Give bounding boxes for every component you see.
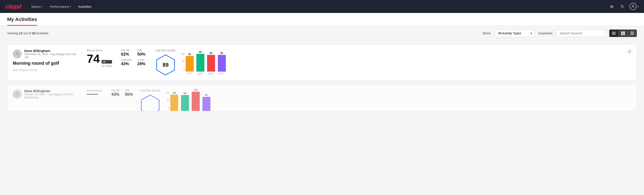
shot-quality-inner-2: Avg Shot Quality: [140, 89, 160, 111]
gir-label: GIR: [138, 49, 148, 52]
card-user-info-2: Dave Billingham October 16, 2021 - Gog M…: [13, 89, 80, 101]
one-putt-stat: 1 Putt 28%: [138, 58, 148, 66]
bar-putt-name: PUTT: [218, 72, 226, 75]
mini-stats: FW Hit 62% GIR 50% Up/Down 43% 1 Putt 28…: [121, 49, 148, 66]
bar-ott-rect-2: [170, 94, 178, 111]
fw-hit-stat-2: FW Hit 43%: [111, 89, 120, 97]
chart-y-labels-2: 100 50 0: [166, 92, 169, 111]
chart-y-labels: 100 50 0: [181, 53, 185, 75]
add-icon[interactable]: ⊕: [608, 3, 615, 10]
list-view-button[interactable]: [628, 30, 637, 37]
bar-putt-rect-2: [202, 97, 210, 111]
search-input[interactable]: [556, 30, 606, 37]
score-placeholder-2: [87, 94, 98, 94]
compact-list-view-button[interactable]: [610, 30, 618, 37]
mini-stats-2: FW Hit 43% GIR 56%: [111, 89, 133, 97]
chart-bars-2: 94 93 106 8: [170, 92, 210, 111]
updown-stat: Up/Down 43%: [121, 58, 132, 66]
bar-ott-value-2: 94: [173, 92, 176, 94]
round-score-label-2: Round Score: [87, 89, 102, 92]
page-title: My Activities: [7, 16, 37, 26]
nav-performance[interactable]: Performance ▾: [47, 3, 74, 10]
card-user-info: Dave Billingham December 05, 2021 - Gog …: [13, 49, 80, 72]
bar-arg: 89: [207, 52, 215, 72]
round-score-value: 74 +4 18 Holes: [87, 53, 112, 68]
activity-type-dropdown-wrapper: All Activity Types Rounds Practice Other: [495, 30, 535, 37]
svg-rect-10: [630, 34, 634, 34]
svg-rect-6: [621, 34, 623, 35]
gir-value: 50%: [138, 52, 148, 57]
bar-putt-2: 87: [202, 94, 210, 111]
list-icon: [630, 32, 634, 35]
card-stats-2: Round Score FW Hit 43% GIR 56%: [87, 89, 133, 97]
user-row: Dave Billingham December 05, 2021 - Gog …: [13, 49, 80, 59]
svg-rect-5: [623, 32, 625, 33]
bar-putt-rect: [218, 55, 226, 72]
bar-ott-value: 85: [188, 53, 191, 56]
fw-hit-value-2: 43%: [111, 92, 120, 97]
gir-label-2: GIR: [125, 89, 133, 92]
shot-quality-section-2: Avg Shot Quality 100 50 0: [140, 89, 210, 111]
one-putt-value: 28%: [138, 62, 148, 66]
grid-icon: [621, 32, 625, 35]
activities-list: Dave Billingham December 05, 2021 - Gog …: [0, 40, 644, 118]
nav-items: Teams ▾ Performance ▾ Activities: [28, 3, 601, 10]
grid-view-button[interactable]: [618, 30, 628, 37]
pencil-icon: [628, 50, 631, 53]
data-source: Data Source: Arccos: [13, 68, 80, 72]
svg-rect-2: [612, 33, 616, 34]
bar-chart-2: 100 50 0 94 93: [166, 92, 210, 111]
logo[interactable]: clippd: [5, 3, 21, 10]
updown-label: Up/Down: [121, 58, 132, 62]
round-score-group: Round Score 74 +4 18 Holes: [87, 49, 112, 68]
viewing-text: Viewing 12 out of 29 Activities: [7, 32, 479, 35]
activity-type-dropdown[interactable]: All Activity Types Rounds Practice Other: [495, 30, 535, 37]
svg-rect-11: [630, 34, 634, 35]
performance-chevron-icon: ▾: [70, 5, 71, 8]
shot-quality-section: Avg Shot Quality 89 100 50 0: [156, 49, 226, 76]
hexagon-container-2: [140, 94, 160, 111]
svg-rect-7: [623, 34, 625, 35]
round-score-label: Round Score: [87, 49, 112, 52]
user-date: December 05, 2021 - Gog Magog Golf Club …: [24, 53, 80, 59]
bar-ott-2: 94: [170, 92, 178, 111]
mini-stats-group-2: FW Hit 43% GIR 56%: [111, 89, 133, 97]
bar-putt-value: 89: [220, 52, 223, 54]
svg-point-12: [16, 52, 18, 54]
avatar: [630, 3, 637, 10]
svg-rect-8: [630, 32, 634, 32]
bar-arg-2: 106: [192, 88, 200, 111]
refresh-icon[interactable]: ↻: [619, 3, 626, 10]
svg-rect-1: [612, 32, 616, 32]
round-score-group-2: Round Score: [87, 89, 102, 94]
mini-stats-group: FW Hit 62% GIR 50% Up/Down 43% 1 Putt 28…: [121, 49, 148, 66]
shot-quality-inner: Avg Shot Quality 89: [156, 49, 176, 76]
fw-hit-label-2: FW Hit: [111, 89, 120, 92]
bar-arg-rect: [207, 55, 215, 72]
bar-ott: 85: [186, 53, 194, 72]
bar-arg-value-2: 106: [194, 88, 198, 91]
navbar: clippd Teams ▾ Performance ▾ Activities …: [0, 0, 644, 13]
round-score-value-2: [87, 94, 102, 94]
user-name: Dave Billingham: [24, 49, 80, 53]
svg-rect-4: [621, 32, 623, 33]
user-menu[interactable]: ▾: [630, 3, 639, 10]
user-date-2: October 16, 2021 - Gog Magog Golf Club -…: [24, 93, 80, 99]
fw-hit-label: FW Hit: [121, 49, 132, 52]
avatar: [13, 50, 22, 58]
bar-app-value: 90: [199, 51, 202, 53]
user-row-2: Dave Billingham October 16, 2021 - Gog M…: [13, 89, 80, 99]
filter-bar: Viewing 12 out of 29 Activities Show: Al…: [0, 26, 644, 40]
svg-rect-9: [630, 32, 634, 33]
fw-hit-stat: FW Hit 62%: [121, 49, 132, 57]
nav-right: ⊕ ↻ ▾: [608, 3, 639, 10]
edit-button[interactable]: [626, 48, 633, 55]
nav-teams[interactable]: Teams ▾: [28, 3, 46, 10]
nav-activities[interactable]: Activities: [76, 3, 94, 10]
score-number: 74: [87, 53, 100, 64]
user-details-2: Dave Billingham October 16, 2021 - Gog M…: [24, 89, 80, 99]
one-putt-label: 1 Putt: [138, 58, 148, 62]
activity-card: Dave Billingham December 05, 2021 - Gog …: [7, 44, 637, 81]
gir-value-2: 56%: [125, 92, 133, 97]
svg-point-0: [632, 5, 634, 6]
